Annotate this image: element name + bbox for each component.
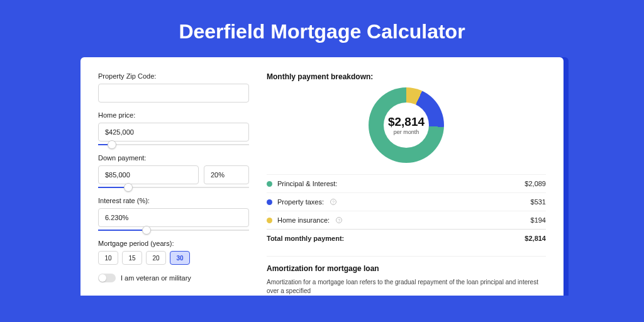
period-field: Mortgage period (years): 10 15 20 30 — [98, 240, 249, 265]
donut-center: $2,814 per month — [267, 87, 546, 163]
interest-slider[interactable] — [98, 230, 249, 231]
donut-value: $2,814 — [388, 115, 425, 129]
interest-field: Interest rate (%): — [98, 197, 249, 231]
help-icon[interactable]: ? — [336, 217, 342, 223]
calculator-card: Property Zip Code: Home price: Down paym… — [80, 57, 564, 296]
legend-label: Principal & Interest: — [277, 180, 337, 187]
interest-label: Interest rate (%): — [98, 197, 249, 204]
zip-field: Property Zip Code: — [98, 72, 249, 103]
veteran-label: I am veteran or military — [121, 274, 191, 282]
legend-taxes: Property taxes: ? $531 — [267, 192, 546, 211]
veteran-toggle[interactable] — [98, 274, 116, 282]
amort-title: Amortization for mortgage loan — [267, 264, 546, 273]
interest-input[interactable] — [98, 208, 249, 227]
home-price-field: Home price: — [98, 111, 249, 145]
inputs-column: Property Zip Code: Home price: Down paym… — [98, 72, 249, 296]
period-30[interactable]: 30 — [170, 251, 190, 265]
veteran-row: I am veteran or military — [98, 274, 249, 282]
legend-label: Home insurance: — [277, 216, 330, 224]
legend-principal: Principal & Interest: $2,089 — [267, 174, 546, 192]
breakdown-title: Monthly payment breakdown: — [267, 72, 546, 81]
total-label: Total monthly payment: — [267, 235, 344, 242]
toggle-knob — [99, 274, 106, 282]
help-icon[interactable]: ? — [330, 199, 336, 205]
down-payment-label: Down payment: — [98, 154, 249, 162]
down-payment-input[interactable] — [98, 165, 199, 184]
period-15[interactable]: 15 — [122, 251, 142, 265]
page-title: Deerfield Mortgage Calculator — [0, 0, 644, 57]
period-20[interactable]: 20 — [146, 251, 166, 265]
breakdown-column: Monthly payment breakdown: $2,814 per mo… — [267, 72, 546, 296]
down-payment-slider[interactable] — [98, 187, 249, 188]
slider-thumb[interactable] — [124, 183, 133, 192]
period-options: 10 15 20 30 — [98, 251, 249, 265]
legend-value: $531 — [531, 198, 546, 206]
dot-icon — [267, 181, 272, 187]
period-label: Mortgage period (years): — [98, 240, 249, 247]
slider-thumb[interactable] — [142, 226, 151, 235]
home-price-input[interactable] — [98, 123, 249, 142]
period-10[interactable]: 10 — [98, 251, 118, 265]
home-price-slider[interactable] — [98, 144, 249, 145]
legend-total: Total monthly payment: $2,814 — [267, 229, 546, 247]
zip-input[interactable] — [98, 84, 249, 103]
zip-label: Property Zip Code: — [98, 72, 249, 80]
amort-text: Amortization for a mortgage loan refers … — [267, 278, 546, 296]
donut-sublabel: per month — [394, 129, 419, 135]
amortization-section: Amortization for mortgage loan Amortizat… — [267, 256, 546, 296]
dot-icon — [267, 199, 272, 205]
slider-thumb[interactable] — [108, 140, 116, 149]
total-value: $2,814 — [525, 235, 546, 242]
legend-insurance: Home insurance: ? $194 — [267, 211, 546, 229]
dot-icon — [267, 218, 272, 223]
down-payment-field: Down payment: — [98, 154, 249, 188]
legend-value: $2,089 — [525, 180, 546, 187]
donut-chart: $2,814 per month — [267, 87, 546, 163]
legend-label: Property taxes: — [277, 198, 324, 206]
home-price-label: Home price: — [98, 111, 249, 119]
legend-value: $194 — [531, 216, 546, 224]
down-payment-pct-input[interactable] — [204, 165, 249, 184]
